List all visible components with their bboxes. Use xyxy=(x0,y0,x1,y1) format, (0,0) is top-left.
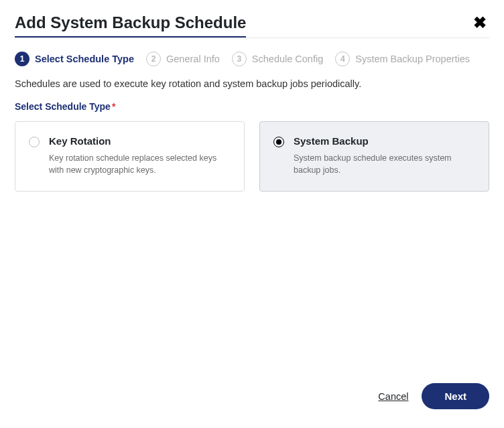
step-number: 2 xyxy=(146,52,161,66)
required-indicator: * xyxy=(112,101,115,112)
step-label: System Backup Properties xyxy=(355,54,470,64)
step-number: 4 xyxy=(335,52,350,66)
option-key-rotation[interactable]: Key Rotation Key rotation schedule repla… xyxy=(15,121,245,192)
option-body: Key Rotation Key rotation schedule repla… xyxy=(49,135,231,176)
step-schedule-config[interactable]: 3 Schedule Config xyxy=(232,52,323,66)
dialog-title: Add System Backup Schedule xyxy=(15,13,246,38)
option-title: System Backup xyxy=(294,135,475,147)
next-button[interactable]: Next xyxy=(422,383,489,409)
cancel-button[interactable]: Cancel xyxy=(378,391,408,402)
option-system-backup[interactable]: System Backup System backup schedule exe… xyxy=(259,121,489,192)
header-divider xyxy=(15,38,489,38)
option-desc: Key rotation schedule replaces selected … xyxy=(49,152,231,176)
schedule-type-options: Key Rotation Key rotation schedule repla… xyxy=(15,121,489,192)
option-title: Key Rotation xyxy=(49,135,231,147)
step-general-info[interactable]: 2 General Info xyxy=(146,52,220,66)
wizard-description: Schedules are used to execute key rotati… xyxy=(15,78,489,89)
field-label-text: Select Schedule Type xyxy=(15,101,111,112)
step-select-schedule-type[interactable]: 1 Select Schedule Type xyxy=(15,52,134,66)
close-icon[interactable]: ✖ xyxy=(473,13,489,31)
option-desc: System backup schedule executes system b… xyxy=(294,152,475,176)
radio-icon xyxy=(29,137,40,147)
schedule-type-field-label: Select Schedule Type* xyxy=(15,101,489,112)
step-number: 1 xyxy=(15,52,29,66)
wizard-stepper: 1 Select Schedule Type 2 General Info 3 … xyxy=(15,52,489,66)
step-label: Schedule Config xyxy=(252,54,323,64)
step-system-backup-properties[interactable]: 4 System Backup Properties xyxy=(335,52,470,66)
step-number: 3 xyxy=(232,52,247,66)
step-label: Select Schedule Type xyxy=(35,54,134,64)
option-body: System Backup System backup schedule exe… xyxy=(294,135,475,176)
dialog-footer: Cancel Next xyxy=(15,383,489,415)
step-label: General Info xyxy=(166,54,220,64)
radio-icon xyxy=(273,137,284,147)
add-schedule-dialog: Add System Backup Schedule ✖ 1 Select Sc… xyxy=(0,0,504,428)
dialog-header: Add System Backup Schedule ✖ xyxy=(15,13,489,38)
